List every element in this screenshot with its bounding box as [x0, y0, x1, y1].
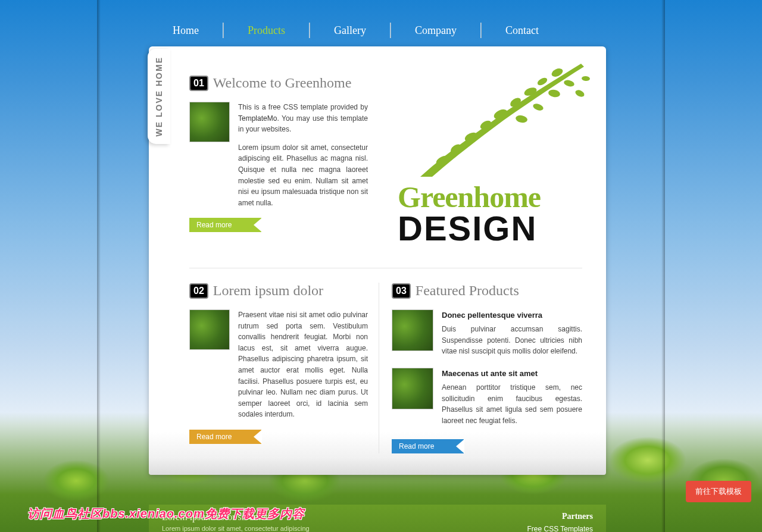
page-shadow [97, 0, 101, 532]
welcome-text: This is a free CSS template provided by … [238, 102, 368, 215]
section-welcome: 01 Welcome to Greenhome This is a free C… [189, 75, 368, 254]
heading-featured: 03 Featured Products [392, 283, 582, 299]
svg-point-13 [574, 89, 586, 98]
footer-left-sub: Lorem ipsum dolor sit amet, consectetur … [162, 525, 310, 532]
watermark-text: 访问血鸟社区bbs.xieniao.com免费下载更多内容 [27, 506, 305, 522]
product-item: Donec pellentesque viverra Duis pulvinar… [392, 309, 582, 357]
button-label: Read more [196, 433, 232, 441]
product-item: Maecenas ut ante sit amet Aenean porttit… [392, 368, 582, 427]
side-tab: WE LOVE HOME [148, 49, 170, 144]
main-nav: Home Products Gallery Company Contact [149, 23, 563, 38]
product-name: Maecenas ut ante sit amet [442, 368, 582, 380]
heading-number: 02 [189, 283, 208, 299]
footer-link[interactable]: Free CSS Templates [527, 525, 594, 532]
heading-title: Featured Products [416, 283, 519, 299]
heading-title: Lorem ipsum dolor [213, 283, 323, 299]
divider [189, 268, 582, 268]
text-fragment: This is a free CSS template provided by [238, 103, 368, 111]
heading-title: Welcome to Greenhome [213, 75, 352, 91]
vertical-divider [379, 283, 379, 453]
side-tab-label: WE LOVE HOME [154, 57, 164, 136]
text-paragraph: Praesent vitae nisi sit amet odio pulvin… [238, 309, 368, 420]
nav-contact[interactable]: Contact [482, 24, 563, 37]
branch-icon [379, 61, 593, 186]
heading-number: 03 [392, 283, 411, 299]
thumbnail-image [392, 368, 433, 409]
read-more-button[interactable]: Read more [189, 218, 261, 232]
read-more-button[interactable]: Read more [189, 430, 261, 444]
svg-point-9 [563, 79, 575, 87]
svg-point-12 [515, 114, 528, 124]
heading-welcome: 01 Welcome to Greenhome [189, 75, 368, 91]
text-paragraph: Lorem ipsum dolor sit amet, consectetur … [238, 142, 368, 209]
thumbnail-image [189, 309, 230, 350]
button-label: Read more [196, 221, 232, 229]
heading-number: 01 [189, 76, 208, 91]
templatemo-link[interactable]: TemplateMo [238, 114, 277, 123]
svg-point-10 [548, 89, 561, 98]
footer-right-title: Partners [527, 512, 594, 521]
section-featured: 03 Featured Products Donec pellentesque … [392, 283, 582, 453]
content-card: WE LOVE HOME 01 Welcome to Greenhome Thi… [149, 46, 606, 475]
thumbnail-image [189, 102, 230, 142]
read-more-button[interactable]: Read more [392, 439, 464, 453]
button-label: Read more [399, 442, 434, 450]
product-name: Donec pellentesque viverra [442, 309, 582, 321]
thumbnail-image [392, 309, 433, 351]
row-2: 02 Lorem ipsum dolor Praesent vitae nisi… [189, 283, 582, 453]
product-desc: Aenean porttitor tristique sem, nec soll… [442, 383, 582, 425]
product-desc: Duis pulvinar accumsan sagittis. Suspend… [442, 325, 582, 355]
heading-lorem: 02 Lorem ipsum dolor [189, 283, 368, 299]
hero-title-2: DESIGN [398, 208, 537, 248]
svg-point-14 [582, 76, 591, 81]
nav-gallery[interactable]: Gallery [310, 24, 390, 37]
nav-products[interactable]: Products [224, 24, 309, 37]
section-lorem: 02 Lorem ipsum dolor Praesent vitae nisi… [189, 283, 368, 453]
hero-graphic: Greenhome DESIGN [392, 75, 582, 254]
page-shadow [661, 0, 665, 532]
nav-company[interactable]: Company [391, 24, 480, 37]
lorem-text: Praesent vitae nisi sit amet odio pulvin… [238, 309, 368, 427]
svg-point-11 [532, 102, 544, 112]
download-template-button[interactable]: 前往下载模板 [686, 481, 751, 502]
nav-home[interactable]: Home [149, 24, 223, 37]
